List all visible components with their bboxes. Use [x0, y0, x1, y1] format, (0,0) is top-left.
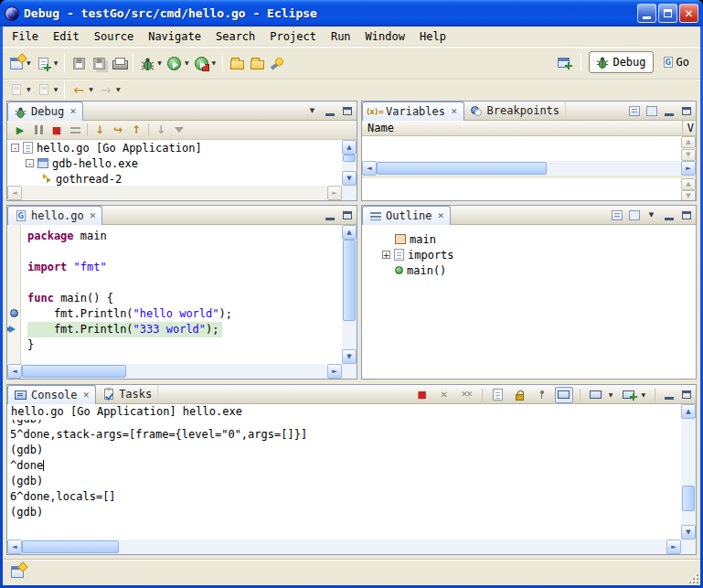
close-icon[interactable]: ✕	[69, 108, 77, 116]
menu-search[interactable]: Search	[208, 27, 262, 47]
clear-console-button[interactable]	[489, 387, 507, 403]
scroll-down-button[interactable]: ▼	[681, 525, 696, 540]
step-over-button[interactable]: ↪	[109, 122, 127, 138]
back-button[interactable]: ←	[69, 80, 89, 99]
name-column-header[interactable]: Name	[367, 122, 394, 134]
scroll-left-button[interactable]: ◄	[7, 364, 22, 379]
tab-outline[interactable]: Outline ✕	[362, 206, 451, 225]
menu-project[interactable]: Project	[262, 27, 324, 47]
terminate-button[interactable]: ■	[48, 122, 66, 138]
search-button[interactable]	[267, 52, 287, 74]
scrollbar-thumb[interactable]	[377, 162, 547, 175]
scrollbar-track[interactable]	[22, 540, 666, 554]
dropdown-icon[interactable]: ▼	[609, 392, 613, 398]
close-icon[interactable]: ✕	[83, 391, 91, 400]
minimize-view-button[interactable]	[323, 104, 336, 118]
menu-navigate[interactable]: Navigate	[141, 27, 208, 47]
scrollbar-track[interactable]	[22, 364, 327, 379]
disconnect-button[interactable]	[66, 122, 84, 138]
horizontal-scrollbar[interactable]: ◄ ►	[362, 161, 696, 176]
expander-icon[interactable]: +	[382, 251, 390, 259]
column-divider[interactable]	[682, 121, 683, 135]
minimize-view-button[interactable]	[662, 104, 676, 118]
tab-tasks[interactable]: Tasks	[96, 385, 158, 403]
forward-button[interactable]: →	[96, 80, 116, 99]
external-tools-button[interactable]	[192, 52, 212, 74]
scrollbar-track[interactable]	[377, 161, 681, 176]
tab-breakpoints[interactable]: Breakpoints	[464, 102, 566, 120]
vertical-scrollbar[interactable]: ▲ ▼	[681, 178, 696, 200]
dropdown-icon[interactable]: ▼	[54, 87, 59, 92]
scrollbar-thumb[interactable]	[343, 240, 356, 321]
print-button[interactable]	[109, 52, 129, 74]
scroll-right-button[interactable]: ►	[681, 161, 696, 176]
dropdown-icon[interactable]: ▼	[89, 87, 93, 92]
dropdown-icon[interactable]: ▼	[27, 87, 31, 92]
close-icon[interactable]: ✕	[90, 212, 97, 220]
scrollbar-thumb[interactable]	[22, 540, 119, 553]
horizontal-scrollbar[interactable]: ◄ ►	[7, 540, 681, 554]
code-editor-area[interactable]: package main import "fmt" func main() { …	[22, 225, 342, 364]
scrollbar-thumb[interactable]	[682, 486, 695, 511]
editor-marker-ruler[interactable]	[7, 225, 21, 364]
debug-tree[interactable]: - hello.go [Go Application] - gdb-hello.…	[7, 140, 357, 200]
dropdown-icon[interactable]: ▼	[54, 60, 59, 66]
tree-item-thread[interactable]: gothread-2	[7, 171, 357, 187]
scrollbar-track[interactable]	[22, 186, 327, 200]
resize-grip[interactable]	[687, 572, 698, 583]
dropdown-icon[interactable]: ▼	[641, 392, 645, 398]
save-button[interactable]	[69, 52, 89, 74]
previous-annotation-button[interactable]	[34, 80, 54, 99]
horizontal-scrollbar[interactable]: ◄ ►	[7, 364, 342, 379]
outline-tree[interactable]: main + imports main()	[362, 225, 696, 379]
open-resource-button[interactable]	[247, 52, 267, 74]
scroll-up-button[interactable]: ▲	[681, 404, 696, 419]
remove-launch-button[interactable]: ✕	[435, 387, 453, 403]
menu-file[interactable]: File	[5, 27, 46, 47]
outline-item-package[interactable]: main	[362, 231, 696, 247]
show-console-on-output-button[interactable]	[555, 387, 573, 403]
tab-console[interactable]: Console ✕	[7, 385, 96, 404]
scroll-down-button[interactable]: ▼	[342, 171, 357, 186]
scrollbar-thumb[interactable]	[343, 155, 356, 162]
scroll-left-button[interactable]: ◄	[7, 186, 22, 200]
vertical-scrollbar[interactable]: ▲ ▼	[681, 404, 696, 540]
new-element-button[interactable]	[34, 52, 54, 74]
new-wizard-button[interactable]	[6, 52, 27, 74]
dropdown-icon[interactable]: ▼	[27, 60, 31, 66]
open-console-button[interactable]	[619, 387, 637, 403]
maximize-view-button[interactable]	[679, 208, 693, 222]
menu-source[interactable]: Source	[87, 27, 141, 47]
variables-detail-pane[interactable]: ▲ ▼	[362, 178, 696, 200]
scroll-left-button[interactable]: ◄	[362, 161, 377, 176]
scroll-right-button[interactable]: ►	[327, 364, 342, 379]
tab-variables[interactable]: (x)= Variables ✕	[362, 102, 464, 121]
view-menu-icon[interactable]: ▼	[644, 208, 658, 222]
scrollbar-thumb[interactable]	[22, 365, 126, 378]
open-perspective-button[interactable]	[553, 51, 573, 73]
maximize-view-button[interactable]	[340, 208, 354, 222]
scroll-left-button[interactable]: ◄	[7, 540, 22, 554]
window-minimize-button[interactable]	[637, 4, 656, 23]
remove-all-launches-button[interactable]: ✕✕	[457, 387, 475, 403]
save-all-button[interactable]	[89, 52, 109, 74]
display-selected-console-button[interactable]	[587, 387, 605, 403]
scroll-up-button[interactable]: ▲	[681, 136, 696, 148]
expander-icon[interactable]: -	[26, 159, 34, 167]
step-into-button[interactable]: ↓	[91, 122, 109, 138]
dropdown-icon[interactable]: ▼	[157, 60, 162, 66]
menu-window[interactable]: Window	[358, 27, 412, 47]
run-launch-button[interactable]	[165, 52, 185, 74]
console-output[interactable]: (gdb) 5^done,stack-args=[frame={level="0…	[7, 420, 681, 540]
tab-debug[interactable]: Debug ✕	[7, 102, 83, 121]
scroll-up-button[interactable]: ▲	[342, 140, 357, 155]
drop-to-frame-button[interactable]: ↓	[152, 122, 170, 138]
perspective-go-button[interactable]: G Go	[657, 51, 696, 73]
layout-button[interactable]	[644, 104, 658, 118]
scroll-lock-button[interactable]	[511, 387, 529, 403]
perspective-debug-button[interactable]: Debug	[589, 51, 653, 73]
vertical-scrollbar[interactable]: ▲ ▼	[342, 140, 357, 186]
dropdown-icon[interactable]: ▼	[116, 87, 121, 92]
scrollbar-track[interactable]	[342, 240, 357, 349]
fast-view-button[interactable]	[8, 563, 27, 580]
